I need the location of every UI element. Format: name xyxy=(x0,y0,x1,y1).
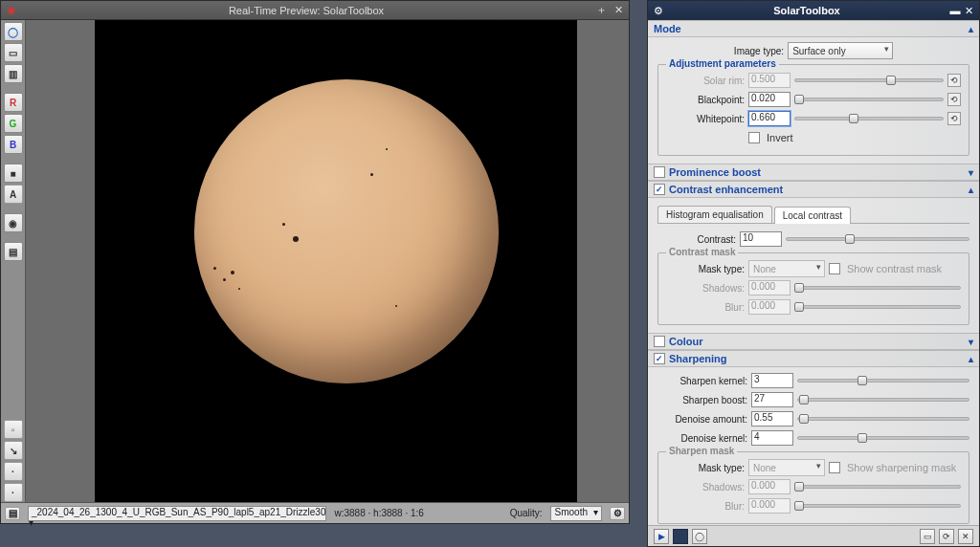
denoise-kernel-input[interactable]: 4 xyxy=(751,430,793,446)
contrast-checkbox[interactable]: ✓ xyxy=(654,184,665,195)
panel-footer: ▶ ◯ ▭ ⟳ ✕ xyxy=(648,525,979,546)
preview-toolstrip: ◯ ▭ ▥ R G B ■ A ◉ ▤ ▫ ↘ · · xyxy=(1,20,26,502)
tool-g-channel[interactable]: G xyxy=(4,114,23,133)
quality-label: Quality: xyxy=(510,508,543,518)
sharpen-mask-type: None xyxy=(748,459,825,476)
close-icon[interactable]: ✕ xyxy=(962,4,975,17)
tab-histogram[interactable]: Histogram equalisation xyxy=(657,206,772,223)
cancel-button[interactable]: ✕ xyxy=(958,529,973,544)
contrast-blur-input: 0.000 xyxy=(748,299,791,315)
sharpen-mask-fieldset: Sharpen mask Mask type: None Show sharpe… xyxy=(657,451,969,524)
expand-icon[interactable]: ▾ xyxy=(969,167,973,178)
sharpen-blur-slider xyxy=(794,499,961,513)
docs-button[interactable]: ▭ xyxy=(920,529,935,544)
show-sharpen-mask-checkbox xyxy=(829,462,840,473)
contrast-input[interactable]: 10 xyxy=(740,231,782,247)
contrast-blur-slider xyxy=(794,300,961,314)
denoise-amount-slider[interactable] xyxy=(797,412,969,426)
contrast-slider[interactable] xyxy=(786,232,969,246)
tool-arrow[interactable]: ↘ xyxy=(4,441,23,460)
sharpen-boost-input[interactable]: 27 xyxy=(751,392,793,407)
collapse-icon[interactable]: ▴ xyxy=(969,185,973,195)
panel-title: SolarToolbox xyxy=(665,5,948,16)
tool-fill[interactable]: ■ xyxy=(4,164,23,183)
tool-r-channel[interactable]: R xyxy=(4,93,23,112)
solar-rim-input: 0.500 xyxy=(748,73,791,88)
section-sharpening[interactable]: ✓ Sharpening▴ xyxy=(648,350,979,367)
solar-rim-slider xyxy=(794,74,944,87)
image-area xyxy=(95,20,577,502)
section-colour[interactable]: Colour▾ xyxy=(648,333,979,350)
quality-select[interactable]: Smooth▾ xyxy=(550,506,602,521)
solar-rim-reset[interactable]: ⟲ xyxy=(947,74,961,87)
gear-icon[interactable]: ⚙ xyxy=(652,4,665,17)
image-type-label: Image type: xyxy=(734,46,784,56)
denoise-kernel-slider[interactable] xyxy=(797,431,969,445)
sharpen-shadows-slider xyxy=(794,480,961,493)
blackpoint-reset[interactable]: ⟲ xyxy=(947,93,961,106)
collapse-icon[interactable]: ▴ xyxy=(969,24,973,34)
status-save-icon[interactable]: ▤ xyxy=(5,507,20,520)
sharpen-blur-input: 0.000 xyxy=(748,498,791,514)
tool-layers[interactable]: ▥ xyxy=(4,64,23,83)
tab-local-contrast[interactable]: Local contrast xyxy=(774,207,851,224)
square-button[interactable] xyxy=(673,529,688,544)
invert-checkbox[interactable] xyxy=(748,132,760,143)
tool-misc1[interactable]: · xyxy=(4,462,23,481)
preview-titlebar[interactable]: ◉ Real-Time Preview: SolarToolbox ＋ ✕ xyxy=(1,1,629,20)
preview-statusbar: ▤ _2024_04_26_1300_4_U_RGB_Sun_AS_P90_la… xyxy=(1,502,629,523)
whitepoint-reset[interactable]: ⟲ xyxy=(947,112,961,125)
pin-icon[interactable]: ＋ xyxy=(594,4,608,17)
minimize-icon[interactable]: ▬ xyxy=(948,4,962,17)
dims-readout: w:3888 · h:3888 · 1:6 xyxy=(334,508,423,518)
preview-canvas[interactable] xyxy=(26,20,629,502)
sharpen-kernel-input[interactable]: 3 xyxy=(751,373,793,388)
invert-label: Invert xyxy=(767,132,793,143)
contrast-shadows-input: 0.000 xyxy=(748,280,791,295)
whitepoint-slider[interactable] xyxy=(794,112,944,125)
colour-checkbox[interactable] xyxy=(654,336,665,347)
sharpen-kernel-slider[interactable] xyxy=(797,374,969,387)
sun-disk xyxy=(194,79,499,383)
tool-a[interactable]: A xyxy=(4,185,23,204)
image-type-combo[interactable]: Surface only xyxy=(788,42,893,59)
apply-button[interactable]: ▶ xyxy=(654,529,669,544)
close-icon[interactable]: ✕ xyxy=(612,4,625,17)
preview-window: ◉ Real-Time Preview: SolarToolbox ＋ ✕ ◯ … xyxy=(0,0,630,524)
panel-titlebar[interactable]: ⚙ SolarToolbox ▬ ✕ xyxy=(648,1,979,20)
contrast-mask-fieldset: Contrast mask Mask type: None Show contr… xyxy=(657,252,969,325)
prominence-checkbox[interactable] xyxy=(654,166,665,178)
section-prominence[interactable]: Prominence boost▾ xyxy=(648,164,979,181)
contrast-shadows-slider xyxy=(794,281,961,295)
filename-combo[interactable]: _2024_04_26_1300_4_U_RGB_Sun_AS_P90_lapl… xyxy=(28,506,326,521)
blackpoint-input[interactable]: 0.020 xyxy=(748,92,791,107)
tool-b-channel[interactable]: B xyxy=(4,135,23,154)
reset-all-button[interactable]: ⟳ xyxy=(939,529,954,544)
show-contrast-mask-checkbox xyxy=(829,263,840,274)
sharpen-boost-slider[interactable] xyxy=(797,393,969,406)
tool-misc2[interactable]: · xyxy=(4,483,23,502)
status-gear-icon[interactable]: ⚙ xyxy=(610,507,625,520)
contrast-mask-type: None xyxy=(748,260,825,277)
tool-rect[interactable]: ▭ xyxy=(4,43,23,62)
record-icon[interactable]: ◉ xyxy=(5,4,18,17)
blackpoint-slider[interactable] xyxy=(794,93,944,106)
tool-camera[interactable]: ◉ xyxy=(4,213,23,232)
preview-title: Real-Time Preview: SolarToolbox xyxy=(18,5,594,16)
whitepoint-input[interactable]: 0.660 xyxy=(748,111,791,126)
sharpen-shadows-input: 0.000 xyxy=(748,479,791,494)
tool-box[interactable]: ▫ xyxy=(4,420,23,439)
denoise-amount-input[interactable]: 0.55 xyxy=(751,411,793,427)
sharpening-checkbox[interactable]: ✓ xyxy=(654,353,665,364)
ring-button[interactable]: ◯ xyxy=(692,529,707,544)
expand-icon[interactable]: ▾ xyxy=(969,337,973,347)
adjustment-fieldset: Adjustment parameters Solar rim: 0.500 ⟲… xyxy=(657,64,969,156)
section-mode[interactable]: Mode▴ xyxy=(648,20,979,37)
solartoolbox-panel: ⚙ SolarToolbox ▬ ✕ Mode▴ Image type: Sur… xyxy=(647,0,980,547)
section-contrast[interactable]: ✓ Contrast enhancement▴ xyxy=(648,181,979,198)
collapse-icon[interactable]: ▴ xyxy=(969,354,973,364)
tool-disk[interactable]: ▤ xyxy=(4,242,23,261)
tool-ring[interactable]: ◯ xyxy=(4,22,23,41)
